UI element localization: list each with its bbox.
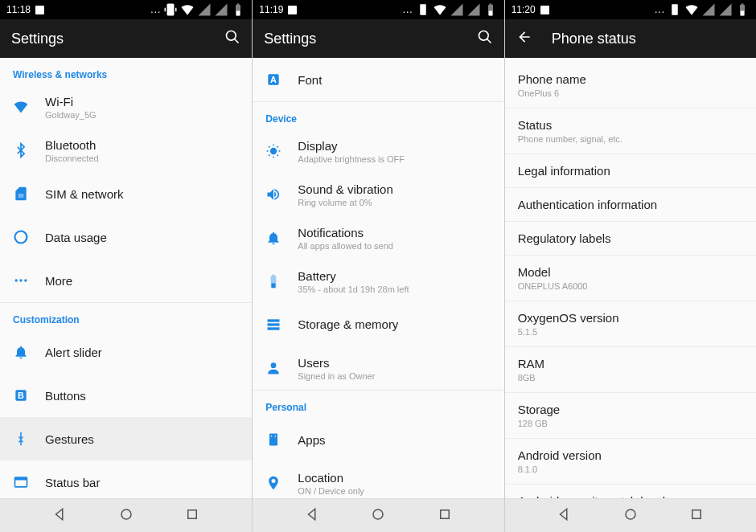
status-icons: ... (655, 2, 750, 17)
settings-item-display[interactable]: DisplayAdaptive brightness is OFF (253, 129, 503, 173)
item-sub: All apps allowed to send (298, 241, 491, 251)
svg-line-14 (487, 39, 491, 43)
item-label: More (45, 274, 239, 288)
vibrate-icon (163, 2, 178, 17)
phone-screen-1: 11:18 ... Settings Wireless & networks W… (0, 0, 252, 532)
settings-item-notifications[interactable]: NotificationsAll apps allowed to send (253, 216, 503, 260)
clock: 11:20 (512, 4, 536, 15)
item-label: Notifications (298, 226, 491, 239)
recent-button[interactable] (438, 507, 452, 525)
status-row-patch[interactable]: Android security patch levelMay 1, 2018 (505, 485, 756, 498)
settings-item-sim[interactable]: SIM & network (0, 172, 252, 215)
navigation-bar (253, 498, 503, 532)
gestures-icon (13, 431, 45, 447)
wifi-icon (433, 2, 447, 17)
screenshot-icon (35, 6, 44, 14)
back-button[interactable] (52, 507, 67, 525)
item-label: Storage & memory (298, 317, 491, 331)
item-label: Font (298, 73, 491, 87)
settings-item-apps[interactable]: Apps (253, 418, 503, 461)
svg-point-34 (626, 509, 635, 519)
status-row-model[interactable]: ModelONEPLUS A6000 (505, 256, 756, 301)
search-icon (477, 29, 493, 45)
item-label: Alert slider (45, 346, 239, 359)
svg-point-17 (270, 148, 277, 154)
wifi-icon (684, 2, 699, 17)
status-row-android[interactable]: Android version8.1.0 (505, 439, 756, 485)
users-icon (265, 360, 298, 376)
settings-item-data-usage[interactable]: Data usage (0, 215, 252, 259)
settings-item-gestures[interactable]: Gestures (0, 417, 252, 460)
svg-point-11 (121, 509, 131, 519)
status-row-oxygen[interactable]: OxygenOS version5.1.5 (505, 301, 756, 347)
screenshot-icon (288, 6, 297, 14)
apps-icon (265, 432, 298, 448)
settings-item-users[interactable]: UsersSigned in as Owner (253, 346, 503, 390)
sound-icon (265, 186, 298, 203)
item-sub: ON / Device only (298, 486, 491, 496)
status-row-phone-name[interactable]: Phone nameOnePlus 6 (505, 63, 756, 108)
settings-item-bluetooth[interactable]: BluetoothDisconnected (0, 129, 252, 172)
svg-line-22 (269, 146, 269, 147)
signal-icon (197, 2, 212, 17)
location-icon (265, 475, 298, 491)
settings-item-alert-slider[interactable]: Alert slider (0, 330, 252, 374)
settings-item-sound[interactable]: Sound & vibrationRing volume at 0% (253, 173, 503, 216)
settings-item-buttons[interactable]: B Buttons (0, 374, 252, 417)
svg-text:B: B (18, 391, 24, 400)
wifi-icon (180, 2, 195, 17)
section-header-personal: Personal (253, 391, 503, 418)
home-button[interactable] (623, 507, 638, 525)
back-arrow-button[interactable] (516, 29, 532, 48)
phone-status-list: Phone nameOnePlus 6 StatusPhone number, … (505, 58, 756, 498)
settings-item-location[interactable]: LocationON / Device only (253, 461, 503, 498)
settings-item-battery[interactable]: Battery35% - about 1d 19h 28m left (253, 260, 503, 303)
status-row-ram[interactable]: RAM8GB (505, 347, 756, 393)
svg-point-6 (24, 279, 27, 281)
page-title: Settings (264, 31, 476, 47)
settings-item-status-bar[interactable]: Status bar (0, 460, 252, 498)
status-row-status[interactable]: StatusPhone number, signal, etc. (505, 108, 756, 154)
settings-item-font[interactable]: A Font (253, 58, 503, 101)
search-button[interactable] (224, 29, 240, 48)
item-label: SIM & network (45, 187, 239, 201)
status-row-legal[interactable]: Legal information (505, 154, 756, 188)
settings-list: A Font Device DisplayAdaptive brightness… (253, 58, 503, 498)
navigation-bar (0, 498, 252, 532)
search-button[interactable] (477, 29, 493, 48)
svg-line-25 (277, 146, 278, 147)
svg-rect-33 (441, 509, 450, 518)
search-icon (224, 29, 240, 45)
svg-rect-2 (18, 194, 24, 198)
clock: 11:19 (259, 4, 283, 15)
settings-item-wifi[interactable]: Wi-FiGoldway_5G (0, 85, 252, 129)
status-row-regulatory[interactable]: Regulatory labels (505, 222, 756, 256)
phone-screen-3: 11:20 ... Phone status Phone nameOnePlus… (504, 0, 756, 532)
item-label: Apps (298, 433, 491, 447)
bell-icon (13, 344, 45, 360)
font-icon: A (265, 72, 298, 88)
item-label: Sound & vibration (298, 182, 491, 196)
svg-rect-26 (268, 319, 280, 321)
recent-button[interactable] (185, 507, 199, 525)
status-row-storage[interactable]: Storage128 GB (505, 393, 756, 439)
home-button[interactable] (119, 507, 134, 525)
svg-line-24 (269, 155, 269, 156)
settings-item-storage[interactable]: Storage & memory (253, 303, 503, 346)
status-row-auth[interactable]: Authentication information (505, 188, 756, 222)
item-label: Wi-Fi (45, 95, 239, 108)
item-sub: 35% - about 1d 19h 28m left (298, 284, 491, 294)
back-button[interactable] (305, 507, 319, 525)
phone-screen-2: 11:19 ... Settings A Font Device Display… (252, 0, 503, 532)
item-label: Buttons (45, 389, 239, 403)
home-button[interactable] (371, 507, 385, 525)
svg-point-0 (227, 31, 236, 41)
svg-point-4 (15, 279, 18, 281)
recent-button[interactable] (689, 507, 704, 525)
notifications-icon (265, 230, 298, 246)
signal-icon-2 (466, 2, 481, 17)
signal-icon (701, 2, 716, 17)
data-usage-icon (13, 229, 45, 245)
settings-item-more[interactable]: More (0, 259, 252, 302)
back-button[interactable] (557, 507, 571, 525)
